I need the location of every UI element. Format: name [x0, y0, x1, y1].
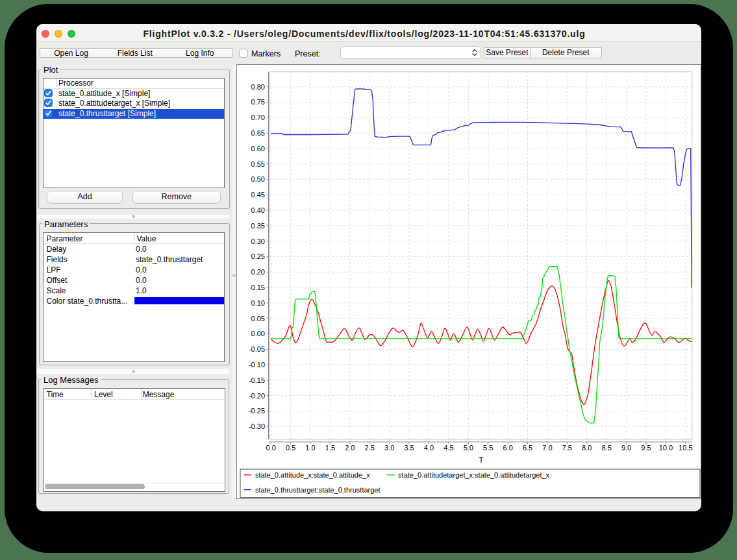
svg-text:0.60: 0.60 [251, 144, 265, 152]
svg-text:8.5: 8.5 [602, 443, 612, 451]
svg-text:0.05: 0.05 [251, 314, 265, 322]
svg-text:-0.10: -0.10 [249, 360, 265, 368]
svg-text:0.5: 0.5 [286, 443, 295, 451]
svg-text:9.0: 9.0 [621, 443, 631, 451]
svg-text:0.45: 0.45 [251, 191, 265, 199]
svg-text:-0.20: -0.20 [249, 391, 265, 399]
svg-text:2.5: 2.5 [365, 443, 375, 451]
svg-text:7.5: 7.5 [562, 443, 572, 451]
svg-text:3.5: 3.5 [404, 443, 414, 451]
svg-text:0.75: 0.75 [251, 98, 265, 106]
svg-text:9.5: 9.5 [641, 443, 651, 451]
svg-text:0.55: 0.55 [251, 160, 265, 167]
svg-text:0.30: 0.30 [251, 237, 265, 245]
svg-text:0.70: 0.70 [251, 114, 265, 121]
svg-text:0.65: 0.65 [251, 128, 265, 136]
svg-text:10.5: 10.5 [679, 443, 692, 451]
svg-text:4.0: 4.0 [424, 443, 434, 451]
svg-text:0.25: 0.25 [251, 252, 265, 260]
svg-text:6.0: 6.0 [503, 443, 512, 451]
svg-text:0.80: 0.80 [251, 82, 265, 90]
svg-text:-0.15: -0.15 [249, 376, 265, 383]
svg-text:0.50: 0.50 [251, 175, 265, 183]
svg-text:state_0.thrusttarget:state_0.t: state_0.thrusttarget:state_0.thrusttarge… [255, 485, 381, 493]
svg-text:0.40: 0.40 [251, 206, 265, 213]
svg-text:1.5: 1.5 [325, 443, 335, 451]
svg-text:4.5: 4.5 [443, 443, 453, 451]
svg-text:0.15: 0.15 [251, 283, 265, 291]
svg-text:T: T [479, 455, 484, 464]
svg-text:-0.30: -0.30 [249, 422, 265, 430]
svg-text:5.0: 5.0 [464, 443, 473, 451]
svg-text:8.0: 8.0 [582, 443, 592, 451]
svg-text:1.0: 1.0 [305, 443, 315, 451]
svg-text:state_0.attitude_x:state_0.att: state_0.attitude_x:state_0.attitude_x [255, 470, 370, 478]
svg-text:6.5: 6.5 [523, 443, 532, 451]
svg-text:0.20: 0.20 [251, 268, 265, 276]
svg-text:0.10: 0.10 [251, 298, 265, 306]
svg-text:state_0.attitudetarget_x:state: state_0.attitudetarget_x:state_0.attitud… [398, 470, 549, 478]
svg-text:10.0: 10.0 [659, 443, 673, 451]
svg-text:2.0: 2.0 [345, 443, 355, 451]
svg-text:5.5: 5.5 [483, 443, 493, 451]
svg-text:-0.05: -0.05 [249, 345, 265, 353]
svg-text:3.0: 3.0 [384, 443, 394, 451]
svg-text:7.0: 7.0 [542, 443, 552, 451]
svg-text:-0.25: -0.25 [249, 407, 265, 415]
svg-text:0.00: 0.00 [251, 330, 265, 337]
svg-text:0.0: 0.0 [266, 443, 276, 451]
svg-text:0.35: 0.35 [251, 221, 265, 229]
